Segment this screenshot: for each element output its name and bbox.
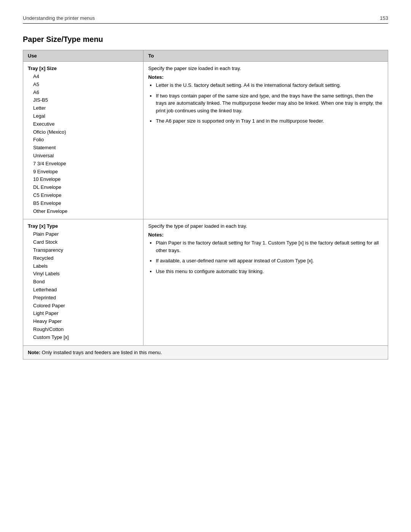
list-item: Letter is the U.S. factory default setti… <box>156 81 383 89</box>
list-item: If two trays contain paper of the same s… <box>156 92 383 115</box>
list-item: Card Stock <box>28 238 139 246</box>
page-number: 153 <box>380 15 388 21</box>
list-item: DL Envelope <box>28 184 139 192</box>
list-item: Custom Type [x] <box>28 334 139 342</box>
size-notes-label: Notes: <box>148 74 383 80</box>
list-item: Bond <box>28 278 139 286</box>
list-item: The A6 paper size is supported only in T… <box>156 117 383 125</box>
list-item: 10 Envelope <box>28 176 139 184</box>
list-item: Rough/Cotton <box>28 326 139 334</box>
footer-row: Note: Only installed trays and feeders a… <box>23 345 388 359</box>
to-cell-type: Specify the type of paper loaded in each… <box>143 219 388 345</box>
col-use-header: Use <box>23 50 143 62</box>
list-item: A5 <box>28 81 139 89</box>
use-cell-type: Tray [x] Type Plain PaperCard StockTrans… <box>23 219 143 345</box>
table-row: Tray [x] Type Plain PaperCard StockTrans… <box>23 219 388 345</box>
list-item: A6 <box>28 89 139 97</box>
list-item: Oficio (Mexico) <box>28 128 139 136</box>
list-item: JIS-B5 <box>28 96 139 104</box>
list-item: C5 Envelope <box>28 192 139 200</box>
list-item: Recycled <box>28 254 139 262</box>
list-item: Other Envelope <box>28 208 139 216</box>
to-cell-size: Specify the paper size loaded in each tr… <box>143 62 388 219</box>
list-item: Universal <box>28 152 139 160</box>
list-item: B5 Envelope <box>28 200 139 208</box>
use-cell-size: Tray [x] Size A4A5A6JIS-B5LetterLegalExe… <box>23 62 143 219</box>
tray-type-label: Tray [x] Type <box>28 223 139 229</box>
list-item: Folio <box>28 136 139 144</box>
list-item: Letter <box>28 104 139 112</box>
footer-note-text: Only installed trays and feeders are lis… <box>42 350 162 355</box>
list-item: Light Paper <box>28 310 139 318</box>
type-to-intro: Specify the type of paper loaded in each… <box>148 223 383 229</box>
list-item: Labels <box>28 262 139 270</box>
footer-note: Note: Only installed trays and feeders a… <box>23 345 388 359</box>
list-item: Plain Paper <box>28 230 139 238</box>
list-item: If available, a user-defined name will a… <box>156 257 383 265</box>
list-item: 9 Envelope <box>28 168 139 176</box>
page-header-title: Understanding the printer menus <box>23 15 95 21</box>
type-notes-label: Notes: <box>148 232 383 238</box>
list-item: Vinyl Labels <box>28 270 139 278</box>
size-notes-list: Letter is the U.S. factory default setti… <box>148 81 383 125</box>
list-item: Heavy Paper <box>28 318 139 326</box>
page-header: Understanding the printer menus 153 <box>23 15 388 24</box>
list-item: Colored Paper <box>28 302 139 310</box>
size-items: A4A5A6JIS-B5LetterLegalExecutiveOficio (… <box>28 73 139 215</box>
table-row: Tray [x] Size A4A5A6JIS-B5LetterLegalExe… <box>23 62 388 219</box>
type-items: Plain PaperCard StockTransparencyRecycle… <box>28 230 139 341</box>
main-table: Use To Tray [x] Size A4A5A6JIS-B5LetterL… <box>23 50 388 359</box>
list-item: Plain Paper is the factory default setti… <box>156 239 383 254</box>
list-item: Transparency <box>28 246 139 254</box>
tray-size-label: Tray [x] Size <box>28 66 139 71</box>
list-item: Use this menu to configure automatic tra… <box>156 268 383 275</box>
list-item: Executive <box>28 120 139 128</box>
list-item: Preprinted <box>28 294 139 302</box>
col-to-header: To <box>143 50 388 62</box>
list-item: Letterhead <box>28 286 139 294</box>
type-notes-list: Plain Paper is the factory default setti… <box>148 239 383 275</box>
list-item: Legal <box>28 112 139 120</box>
size-to-intro: Specify the paper size loaded in each tr… <box>148 66 383 71</box>
section-title: Paper Size/Type menu <box>23 35 388 44</box>
list-item: Statement <box>28 144 139 152</box>
list-item: A4 <box>28 73 139 81</box>
list-item: 7 3/4 Envelope <box>28 160 139 168</box>
